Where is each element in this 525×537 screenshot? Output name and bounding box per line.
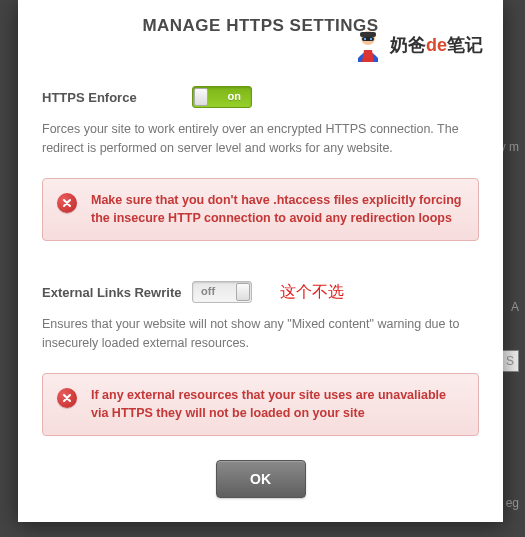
toggle-handle: [236, 283, 250, 301]
annotation-text: 这个不选: [280, 282, 344, 303]
svg-point-3: [364, 38, 366, 40]
https-enforce-label: HTTPS Enforce: [42, 90, 192, 105]
svg-rect-1: [360, 32, 376, 37]
ok-button[interactable]: OK: [216, 460, 306, 498]
https-enforce-description: Forces your site to work entirely over a…: [42, 120, 479, 158]
bg-text: S: [501, 350, 519, 372]
watermark-text-suffix: 笔记: [447, 33, 483, 57]
https-enforce-warning: Make sure that you don't have .htaccess …: [42, 178, 479, 242]
external-rewrite-row: External Links Rewrite off 这个不选: [42, 281, 479, 303]
error-icon: [57, 193, 77, 213]
toggle-handle: [194, 88, 208, 106]
warning-text: If any external resources that your site…: [91, 388, 446, 421]
bg-text: eg: [506, 496, 519, 510]
toggle-text-on: on: [228, 90, 241, 102]
watermark: 奶爸de笔记: [352, 28, 483, 62]
toggle-text-off: off: [201, 285, 215, 297]
watermark-avatar-icon: [352, 28, 384, 62]
external-rewrite-warning: If any external resources that your site…: [42, 373, 479, 437]
external-rewrite-description: Ensures that your website will not show …: [42, 315, 479, 353]
svg-point-4: [370, 38, 372, 40]
external-rewrite-label: External Links Rewrite: [42, 285, 192, 300]
https-enforce-row: HTTPS Enforce on: [42, 86, 479, 108]
bg-text: A: [511, 300, 519, 314]
https-enforce-toggle[interactable]: on: [192, 86, 252, 108]
error-icon: [57, 388, 77, 408]
modal-footer: OK: [42, 460, 479, 498]
external-rewrite-toggle[interactable]: off: [192, 281, 252, 303]
svg-rect-2: [362, 37, 374, 41]
https-settings-modal: MANAGE HTTPS SETTINGS 奶爸de笔记 HTTPS Enfor…: [18, 0, 503, 522]
watermark-text-de: de: [426, 35, 447, 56]
watermark-text-prefix: 奶爸: [390, 33, 426, 57]
warning-text: Make sure that you don't have .htaccess …: [91, 193, 461, 226]
